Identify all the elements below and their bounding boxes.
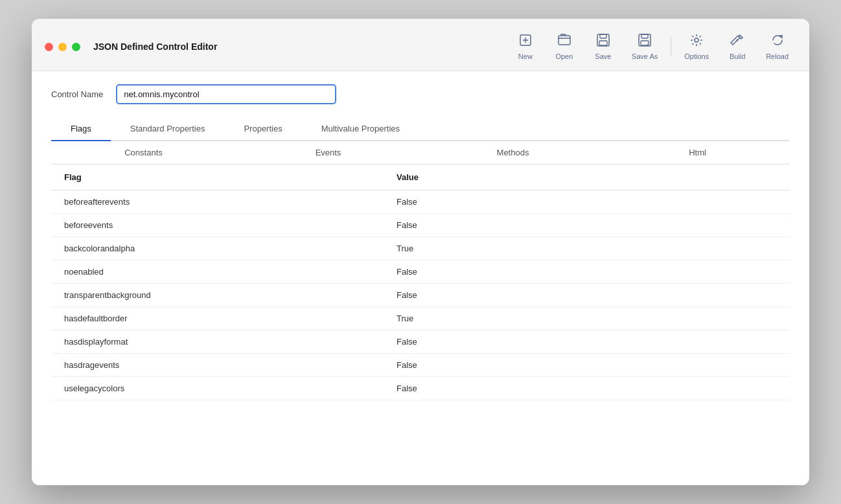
toolbar: New Open — [507, 29, 796, 64]
traffic-lights — [45, 43, 80, 51]
save-label: Save — [595, 52, 611, 60]
new-label: New — [518, 52, 533, 60]
value-cell: False — [384, 354, 790, 376]
reload-icon — [770, 33, 785, 51]
svg-rect-8 — [641, 34, 648, 38]
save-icon — [596, 33, 610, 51]
flag-cell: hasdefaultborder — [51, 307, 384, 330]
tab-constants[interactable]: Constants — [51, 141, 236, 164]
table-row[interactable]: noenabled False — [51, 260, 790, 284]
new-icon — [518, 33, 533, 51]
minimize-button[interactable] — [58, 43, 67, 51]
control-name-label: Control Name — [51, 89, 103, 99]
svg-rect-6 — [599, 41, 607, 45]
value-cell: True — [384, 307, 790, 330]
table-header: Flag Value — [51, 165, 790, 190]
toolbar-separator-1 — [671, 37, 671, 56]
table-row[interactable]: beforeafterevents False — [51, 190, 790, 214]
col-header-flag: Flag — [51, 170, 384, 185]
table-row[interactable]: hasdefaultborder True — [51, 307, 790, 330]
svg-rect-5 — [600, 34, 606, 38]
value-cell: False — [384, 377, 790, 400]
save-as-label: Save As — [632, 52, 658, 60]
maximize-button[interactable] — [72, 43, 80, 51]
options-button[interactable]: Options — [676, 29, 717, 64]
build-icon — [730, 33, 744, 51]
table-row[interactable]: backcolorandalpha True — [51, 237, 790, 260]
svg-text:+: + — [646, 42, 649, 47]
content-area: Control Name Flags Standard Properties P… — [32, 71, 809, 485]
flag-cell: noenabled — [51, 260, 384, 283]
tab-multivalue-properties[interactable]: Multivalue Properties — [302, 117, 419, 140]
options-label: Options — [684, 52, 709, 60]
main-window: JSON Defined Control Editor New — [32, 19, 809, 485]
open-icon — [557, 33, 571, 51]
flag-cell: beforeevents — [51, 214, 384, 236]
svg-point-11 — [695, 38, 698, 42]
secondary-tabs: Constants Events Methods Html — [51, 141, 790, 165]
value-cell: False — [384, 284, 790, 306]
close-button[interactable] — [45, 43, 53, 51]
open-button[interactable]: Open — [546, 29, 582, 64]
save-as-button[interactable]: + Save As — [624, 29, 665, 64]
table-row[interactable]: transparentbackground False — [51, 284, 790, 307]
value-cell: False — [384, 214, 790, 236]
options-icon — [689, 33, 704, 51]
build-button[interactable]: Build — [719, 29, 755, 64]
tab-html[interactable]: Html — [605, 141, 790, 164]
flag-cell: backcolorandalpha — [51, 237, 384, 260]
svg-point-12 — [737, 40, 739, 41]
tab-flags[interactable]: Flags — [51, 117, 111, 140]
table-row[interactable]: beforeevents False — [51, 214, 790, 237]
svg-rect-3 — [559, 36, 570, 45]
col-header-value: Value — [384, 170, 790, 185]
open-label: Open — [555, 52, 573, 60]
value-cell: False — [384, 330, 790, 353]
titlebar: JSON Defined Control Editor New — [32, 19, 809, 71]
save-as-icon: + — [638, 33, 652, 51]
tab-methods[interactable]: Methods — [420, 141, 605, 164]
primary-tabs: Flags Standard Properties Properties Mul… — [51, 117, 790, 141]
table-row[interactable]: uselegacycolors False — [51, 377, 790, 400]
value-cell: False — [384, 260, 790, 283]
table-row[interactable]: hasdragevents False — [51, 354, 790, 377]
tab-properties[interactable]: Properties — [224, 117, 301, 140]
flag-cell: uselegacycolors — [51, 377, 384, 400]
control-name-input[interactable] — [116, 84, 336, 104]
flag-cell: beforeafterevents — [51, 190, 384, 213]
tab-events[interactable]: Events — [236, 141, 420, 164]
control-name-row: Control Name — [51, 84, 790, 104]
tab-standard-properties[interactable]: Standard Properties — [111, 117, 225, 140]
flag-cell: hasdisplayformat — [51, 330, 384, 353]
flag-cell: transparentbackground — [51, 284, 384, 306]
new-button[interactable]: New — [507, 29, 544, 64]
reload-label: Reload — [766, 52, 789, 60]
value-cell: False — [384, 190, 790, 213]
value-cell: True — [384, 237, 790, 260]
reload-button[interactable]: Reload — [758, 29, 796, 64]
window-title: JSON Defined Control Editor — [93, 41, 217, 52]
save-button[interactable]: Save — [585, 29, 621, 64]
flag-cell: hasdragevents — [51, 354, 384, 376]
table-row[interactable]: hasdisplayformat False — [51, 330, 790, 354]
table-body: beforeafterevents False beforeevents Fal… — [51, 190, 790, 400]
build-label: Build — [730, 52, 745, 60]
